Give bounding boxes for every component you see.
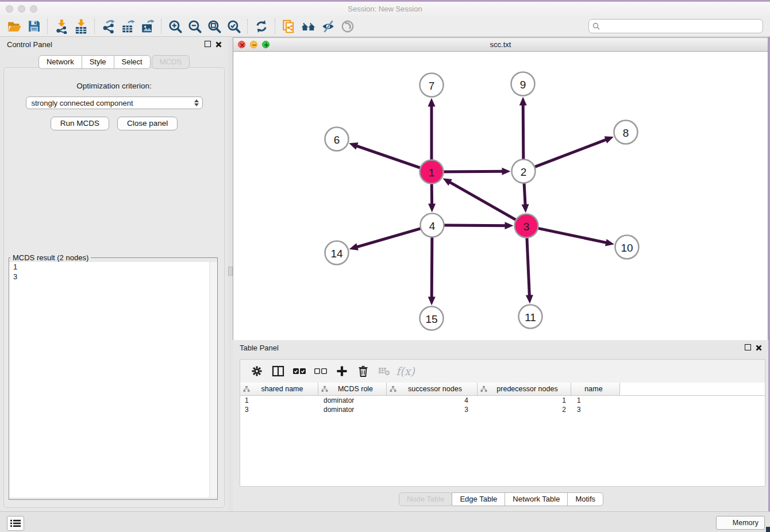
table-row[interactable]: 3 dominator 3 2 3 bbox=[240, 405, 765, 414]
toolbar-separator bbox=[47, 19, 48, 34]
mcds-result-area[interactable]: 1 3 bbox=[9, 262, 217, 498]
vertical-splitter[interactable] bbox=[228, 37, 233, 511]
graph-edge[interactable] bbox=[356, 228, 422, 247]
tree-icon bbox=[243, 385, 250, 392]
cell-mcds-role[interactable]: dominator bbox=[318, 396, 387, 404]
cell-shared-name[interactable]: 1 bbox=[240, 396, 318, 404]
table-panel: Table Panel bbox=[233, 340, 768, 511]
select-stepper-icon bbox=[194, 99, 199, 106]
column-header-name[interactable]: name bbox=[571, 383, 620, 395]
select-all-columns-icon[interactable] bbox=[288, 361, 310, 381]
graph-edge[interactable] bbox=[537, 228, 607, 243]
zoom-in-icon[interactable] bbox=[165, 17, 185, 36]
graph-edge-arrow-icon bbox=[505, 222, 513, 229]
cell-successor-nodes[interactable]: 4 bbox=[387, 396, 478, 404]
tree-icon bbox=[390, 385, 396, 392]
column-header-predecessor-nodes[interactable]: predecessor nodes bbox=[478, 383, 571, 395]
graph-edge[interactable] bbox=[523, 104, 523, 160]
cell-shared-name[interactable]: 3 bbox=[240, 406, 318, 414]
column-header-successor-nodes[interactable]: successor nodes bbox=[387, 383, 478, 395]
graph-edge[interactable] bbox=[442, 225, 506, 226]
graph-node-label: 14 bbox=[330, 248, 343, 260]
tab-node-table[interactable]: Node Table bbox=[399, 492, 453, 506]
graph-edge[interactable] bbox=[524, 182, 525, 205]
table-header-row: shared name MCDS role successor nodes pr… bbox=[240, 383, 765, 396]
export-image-icon[interactable] bbox=[138, 17, 157, 36]
cell-predecessor-nodes[interactable]: 2 bbox=[478, 406, 571, 414]
table-settings-icon[interactable] bbox=[246, 361, 267, 381]
zoom-selected-icon[interactable] bbox=[224, 17, 244, 36]
graph-edge-arrow-icon bbox=[428, 296, 436, 305]
network-view-window: scc.txt 1234678910111415 bbox=[233, 37, 768, 340]
delete-table-icon[interactable] bbox=[374, 361, 395, 381]
cell-successor-nodes[interactable]: 3 bbox=[387, 406, 478, 414]
cell-predecessor-nodes[interactable]: 1 bbox=[478, 396, 571, 404]
graph-edge[interactable] bbox=[533, 140, 607, 168]
graph-edge[interactable] bbox=[527, 236, 530, 296]
refresh-network-icon[interactable] bbox=[252, 17, 271, 36]
table-row[interactable]: 1 dominator 4 1 1 bbox=[240, 396, 765, 405]
criterion-select[interactable]: strongly connected component bbox=[26, 97, 203, 109]
network-window-titlebar[interactable]: scc.txt bbox=[233, 38, 768, 52]
show-all-networks-icon[interactable] bbox=[299, 17, 318, 36]
desktop-corner bbox=[766, 527, 770, 532]
criterion-selected-value: strongly connected component bbox=[32, 99, 194, 107]
hide-graphics-details-icon[interactable] bbox=[318, 17, 338, 36]
task-history-button[interactable] bbox=[7, 516, 24, 531]
tab-style[interactable]: Style bbox=[82, 55, 114, 69]
graph-edge[interactable] bbox=[356, 146, 422, 168]
new-network-from-selection-icon[interactable] bbox=[279, 17, 299, 36]
column-header-shared-name[interactable]: shared name bbox=[240, 383, 318, 395]
network-graph[interactable]: 1234678910111415 bbox=[233, 52, 767, 340]
memory-button[interactable]: Memory bbox=[716, 516, 765, 530]
save-session-icon[interactable] bbox=[24, 17, 44, 36]
graph-node-label: 3 bbox=[523, 221, 530, 233]
float-panel-icon[interactable] bbox=[205, 41, 211, 47]
delete-columns-icon[interactable] bbox=[352, 361, 374, 381]
export-network-icon[interactable] bbox=[99, 17, 118, 36]
graph-edge[interactable] bbox=[432, 236, 432, 298]
close-panel-button[interactable]: Close panel bbox=[117, 117, 178, 130]
result-scrollbar[interactable] bbox=[209, 262, 217, 498]
network-canvas[interactable]: 1234678910111415 bbox=[233, 52, 768, 340]
tree-icon bbox=[321, 385, 328, 392]
deselect-all-columns-icon[interactable] bbox=[310, 361, 331, 381]
zoom-fit-icon[interactable] bbox=[205, 17, 224, 36]
cell-name[interactable]: 3 bbox=[571, 406, 620, 414]
export-table-icon[interactable] bbox=[118, 17, 138, 36]
search-box[interactable] bbox=[588, 19, 763, 33]
column-header-mcds-role[interactable]: MCDS role bbox=[318, 383, 387, 395]
toolbar-separator bbox=[247, 19, 248, 34]
graph-edge-arrow-icon bbox=[605, 136, 614, 143]
toolbar-separator bbox=[94, 19, 95, 34]
search-icon bbox=[592, 22, 600, 30]
run-mcds-button[interactable]: Run MCDS bbox=[51, 117, 109, 130]
toggle-column-view-icon[interactable] bbox=[267, 361, 288, 381]
function-builder-icon[interactable]: f(x) bbox=[395, 361, 416, 381]
close-panel-icon[interactable] bbox=[755, 344, 763, 351]
memory-status-icon bbox=[722, 519, 729, 526]
graph-node-label: 10 bbox=[621, 242, 633, 254]
cell-name[interactable]: 1 bbox=[571, 396, 620, 404]
control-panel-tabs: Network Style Select MCDS bbox=[0, 55, 228, 69]
close-panel-icon[interactable] bbox=[215, 40, 222, 48]
tab-select[interactable]: Select bbox=[114, 55, 151, 69]
tab-network[interactable]: Network bbox=[38, 55, 82, 69]
float-panel-icon[interactable] bbox=[745, 344, 751, 350]
tab-mcds[interactable]: MCDS bbox=[152, 55, 190, 69]
show-graphics-details-icon[interactable] bbox=[338, 17, 357, 36]
import-network-icon[interactable] bbox=[52, 17, 71, 36]
zoom-out-icon[interactable] bbox=[185, 17, 205, 36]
import-table-icon[interactable] bbox=[71, 17, 91, 36]
splitter-handle[interactable] bbox=[228, 267, 233, 276]
graph-edge[interactable] bbox=[442, 171, 503, 172]
graph-node-label: 4 bbox=[429, 220, 436, 232]
tab-edge-table[interactable]: Edge Table bbox=[452, 492, 505, 506]
search-input[interactable] bbox=[600, 21, 759, 32]
graph-edge[interactable] bbox=[449, 182, 517, 221]
tab-network-table[interactable]: Network Table bbox=[505, 492, 568, 506]
open-session-icon[interactable] bbox=[5, 17, 24, 36]
tab-motifs[interactable]: Motifs bbox=[567, 492, 603, 506]
create-column-icon[interactable] bbox=[331, 361, 352, 381]
cell-mcds-role[interactable]: dominator bbox=[318, 406, 387, 414]
